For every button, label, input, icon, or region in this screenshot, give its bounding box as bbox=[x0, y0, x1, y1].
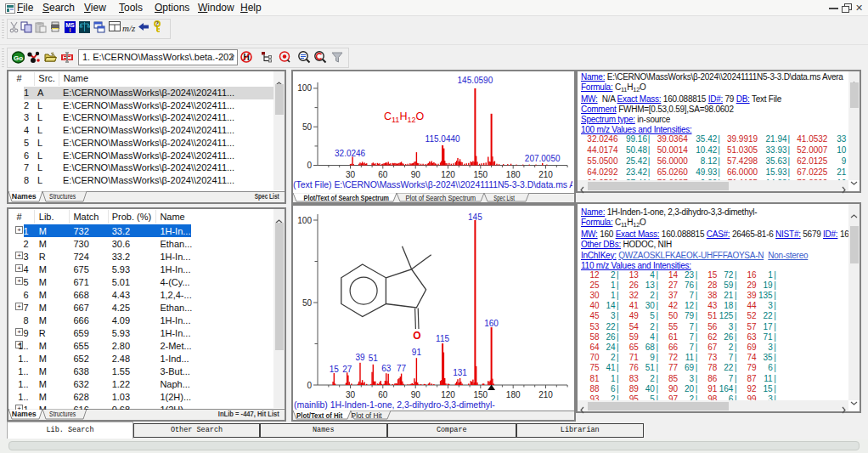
svg-text:Plot of Search Spectrum: Plot of Search Spectrum bbox=[405, 193, 476, 201]
svg-text:Plot of Hit: Plot of Hit bbox=[352, 411, 382, 420]
svg-text:150: 150 bbox=[473, 170, 488, 179]
svg-text:150: 150 bbox=[473, 390, 488, 399]
svg-text:Names: Names bbox=[12, 191, 37, 200]
svg-text:60: 60 bbox=[378, 170, 388, 179]
svg-text:Spec List: Spec List bbox=[255, 192, 279, 201]
svg-text:100: 100 bbox=[297, 83, 312, 93]
svg-text:0: 0 bbox=[307, 381, 312, 390]
svg-text:50: 50 bbox=[302, 298, 313, 308]
svg-text:Plot/Text of Hit: Plot/Text of Hit bbox=[296, 411, 342, 420]
svg-text:115: 115 bbox=[436, 334, 449, 343]
svg-text:131: 131 bbox=[453, 368, 467, 377]
svg-text:0: 0 bbox=[307, 161, 312, 170]
svg-text:115.0440: 115.0440 bbox=[426, 133, 460, 143]
svg-text:120: 120 bbox=[441, 170, 455, 179]
svg-text:180: 180 bbox=[506, 170, 521, 179]
svg-text:145: 145 bbox=[468, 212, 482, 222]
svg-text:?: ? bbox=[155, 20, 159, 28]
svg-text:160: 160 bbox=[484, 319, 499, 328]
svg-text:Structures: Structures bbox=[49, 191, 76, 200]
svg-text:207.0050: 207.0050 bbox=[525, 153, 561, 162]
svg-text:60: 60 bbox=[378, 390, 388, 399]
svg-text:90: 90 bbox=[411, 390, 421, 399]
svg-text:32.0246: 32.0246 bbox=[335, 148, 366, 157]
svg-text:210: 210 bbox=[538, 390, 553, 399]
svg-text:Plot/Text of Search Spectrum: Plot/Text of Search Spectrum bbox=[304, 193, 389, 201]
svg-text:210: 210 bbox=[538, 170, 553, 179]
svg-text:120: 120 bbox=[441, 390, 455, 399]
svg-text:30: 30 bbox=[346, 390, 356, 399]
svg-text:50: 50 bbox=[302, 122, 313, 131]
svg-text:39: 39 bbox=[355, 353, 365, 362]
svg-text:63: 63 bbox=[381, 364, 392, 373]
svg-text:I: I bbox=[70, 27, 71, 33]
svg-text:Spec List: Spec List bbox=[493, 193, 515, 201]
svg-text:InLib = -447, Hit List: InLib = -447, Hit List bbox=[218, 410, 279, 418]
svg-text:77: 77 bbox=[397, 364, 407, 373]
svg-text:90: 90 bbox=[411, 170, 421, 179]
svg-text:180: 180 bbox=[506, 390, 521, 399]
svg-text:Names: Names bbox=[12, 410, 37, 418]
svg-text:27: 27 bbox=[342, 365, 352, 374]
svg-text:15: 15 bbox=[330, 365, 340, 374]
svg-text:Structures: Structures bbox=[49, 410, 76, 418]
svg-text:O: O bbox=[413, 330, 420, 342]
svg-text:Go: Go bbox=[14, 54, 23, 62]
svg-text:145.0590: 145.0590 bbox=[458, 75, 493, 84]
svg-text:91: 91 bbox=[412, 348, 422, 357]
svg-text:30: 30 bbox=[346, 170, 356, 179]
svg-text:C11H12O: C11H12O bbox=[384, 110, 424, 123]
svg-text:51: 51 bbox=[369, 354, 379, 363]
svg-text:100: 100 bbox=[297, 216, 312, 225]
